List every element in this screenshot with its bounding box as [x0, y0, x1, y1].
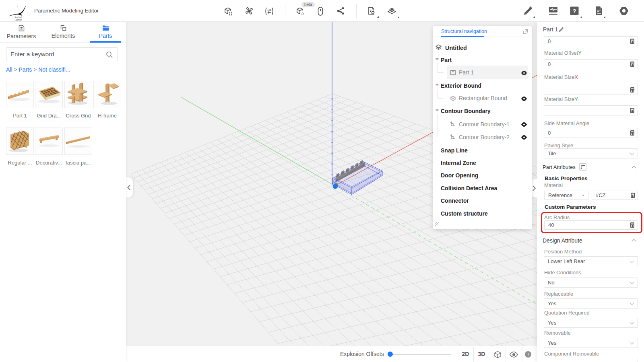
svg-text:?: ? — [572, 8, 576, 14]
svg-text:Cabinet: Cabinet — [14, 19, 22, 21]
svg-text:fx: fx — [301, 11, 304, 15]
